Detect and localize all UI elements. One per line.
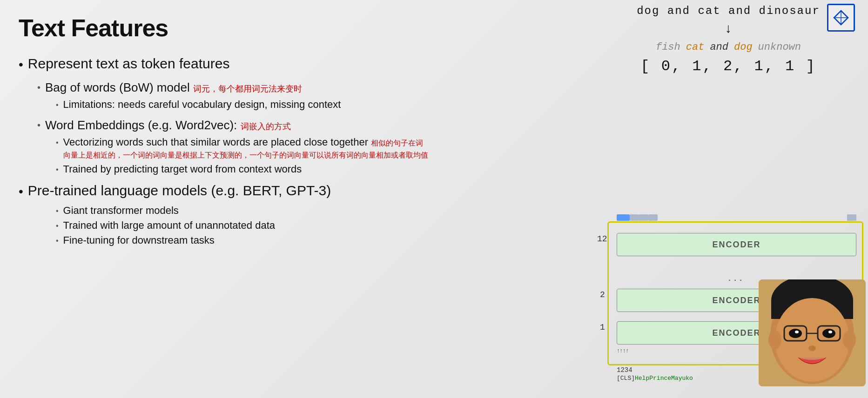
encoder-top: ENCODER [617,233,856,256]
bullet-word2vec: • Word Embeddings (e.g. Word2vec): 词嵌入的方… [37,118,428,133]
bullet-trained-predict: • Trained by predicting target word from… [56,163,428,175]
svg-point-8 [822,329,835,338]
vocab-and: and [710,41,728,53]
bow-arrow-icon: ↓ [598,21,859,36]
encoder-bot-label: ENCODER [712,328,760,338]
bullet-dot-2-1: • [56,101,59,109]
top-block-3 [639,214,648,221]
top-block-1 [617,214,630,221]
token-mayuko: Mayuko [671,375,693,382]
encoder-top-label: ENCODER [712,240,760,250]
bullet-finetuning: • Fine-tuning for downstream tasks [56,234,428,246]
bullet-represent-text-label: Represent text as token features [28,56,230,72]
encoder-mid-label: ENCODER [712,296,760,305]
top-block-4 [648,214,658,221]
token-help: Help [635,375,649,382]
svg-point-11 [808,345,816,351]
bullet-pretrained: • Pre-trained language models (e.g. BERT… [19,183,428,199]
pretrained-main-text: Pre-trained language models (e.g. BERT, … [28,183,331,199]
bert-label-12: 12 [597,234,607,244]
bullet-dot-2: • [37,82,40,93]
bow-diagram: dog and cat and dinosaur ↓ fish cat and … [598,5,859,75]
bow-vocab-row: fish cat and dog unknown [598,41,859,53]
bow-input-sentence: dog and cat and dinosaur [598,5,859,17]
bert-top-blocks [617,214,856,221]
bullet-dot-4: • [19,184,23,199]
xaxis-2: 2 [620,366,624,374]
bullet-bow-block: • Bag of words (BoW) model 词元，每个都用词元法来变时… [19,80,428,111]
bullet-unannotated: • Trained with large amount of unannotat… [56,219,428,232]
bullet-word2vec-block: • Word Embeddings (e.g. Word2vec): 词嵌入的方… [19,118,428,175]
bow-main-text: Bag of words (BoW) model [45,80,190,94]
svg-point-12 [768,331,781,349]
bullet-dot-4-2: • [56,222,59,230]
svg-point-13 [843,331,856,349]
slide-title: Text Features [19,14,428,42]
vocab-cat: cat [686,41,705,53]
bullet-dot-3-2: • [56,166,59,174]
xaxis-3: 3 [625,366,628,374]
bullet-dot-4-1: • [56,207,59,215]
token-prince: Prince [649,375,671,382]
bow-limitations-text: Limitations: needs careful vocabulary de… [63,99,341,111]
word2vec-main-text: Word Embeddings (e.g. Word2vec): [45,118,237,132]
svg-point-7 [789,329,802,338]
bow-note: 词元，每个都用词元法来变时 [193,84,302,93]
unannotated-text: Trained with large amount of unannotated… [63,219,275,232]
svg-point-9 [795,331,799,333]
bert-label-2: 2 [600,290,605,299]
bullet-dot-1: • [19,57,23,72]
svg-point-10 [828,331,832,333]
top-block-2 [630,214,639,221]
xaxis-1: 1 [617,366,620,374]
token-cls: [CLS] [617,375,635,382]
bullet-pretrained-block: • Pre-trained language models (e.g. BERT… [19,183,428,246]
bullet-bow-limitations: • Limitations: needs careful vocabulary … [56,99,428,111]
vocab-unknown: unknown [758,41,801,53]
speaker-webcam [759,279,866,386]
bullet-dot-3-1: • [56,139,59,147]
bullet-word2vec-label: Word Embeddings (e.g. Word2vec): 词嵌入的方式 [45,118,291,133]
bert-label-1: 1 [600,323,605,332]
left-panel: Text Features • Represent text as token … [0,0,447,398]
bullet-dot-4-3: • [56,237,59,245]
bow-vector: [ 0, 1, 2, 1, 1 ] [598,58,859,75]
vocab-fish: fish [656,41,680,53]
giant-transformer-text: Giant transformer models [63,205,179,217]
bullet-dot-3: • [37,120,40,131]
slide-container: Text Features • Represent text as token … [0,0,868,398]
finetuning-text: Fine-tuning for downstream tasks [63,234,215,246]
bullet-bow-label: Bag of words (BoW) model 词元，每个都用词元法来变时 [45,80,302,95]
top-block-5 [847,214,856,221]
bullet-bow: • Bag of words (BoW) model 词元，每个都用词元法来变时 [37,80,428,95]
xaxis-4: 4 [628,366,632,374]
vocab-dog: dog [734,41,753,53]
bullet-vectorizing: • Vectorizing words such that similar wo… [56,136,428,160]
right-panel: dog and cat and dinosaur ↓ fish cat and … [447,0,868,398]
bullet-giant-transformer: • Giant transformer models [56,205,428,217]
bullet-represent-text: • Represent text as token features [19,56,428,72]
vectorizing-text: Vectorizing words such that similar word… [63,136,428,160]
word2vec-note: 词嵌入的方式 [241,122,291,131]
speaker-face-svg [759,279,866,386]
trained-predict-text: Trained by predicting target word from c… [63,163,302,175]
